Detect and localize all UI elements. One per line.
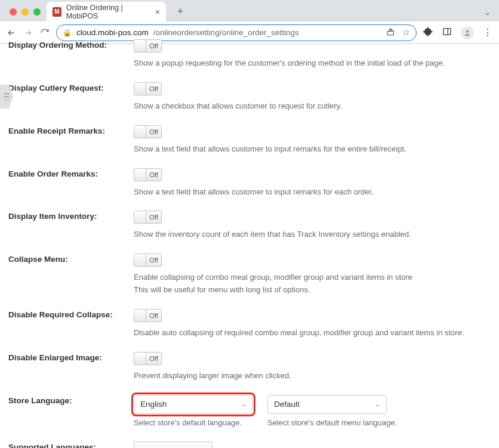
minimize-window-icon[interactable] (21, 8, 29, 16)
back-button[interactable] (6, 27, 17, 38)
add-languages-button[interactable]: + Add Languages (134, 441, 212, 448)
lock-icon: 🔒 (63, 29, 72, 37)
url-path: /onlineordersetting/online_order_setting… (153, 28, 299, 37)
toggle-collapse_menu[interactable]: Off (134, 254, 162, 267)
menu-language-select[interactable]: Default⌄ (267, 395, 387, 414)
forward-button (23, 27, 33, 38)
setting-label-language: Store Language: (8, 395, 134, 405)
chevron-down-icon: ⌄ (241, 400, 247, 408)
url-host: cloud.mobi-pos.com (76, 28, 149, 37)
new-tab-button[interactable]: + (172, 3, 189, 20)
reload-button[interactable] (39, 27, 50, 38)
setting-desc-cutlery: Show a checkbox that allows customer to … (134, 101, 491, 112)
setting-label-collapse_menu: Collapse Menu: (8, 254, 134, 264)
setting-desc-order_remarks: Show a text field that allows customer t… (134, 187, 491, 198)
toggle-order_remarks[interactable]: Off (134, 168, 162, 181)
tab-title: Online Ordering | MobiPOS (66, 4, 150, 20)
close-tab-icon[interactable]: × (155, 7, 160, 17)
toggle-item_inventory[interactable]: Off (134, 211, 162, 224)
setting-label-item_inventory: Display Item Inventory: (8, 211, 134, 221)
setting-label-cutlery: Display Cutlery Request: (8, 82, 134, 92)
setting-desc-item_inventory: Show the inventory count of each item th… (134, 229, 491, 240)
setting-label-order_remarks: Enable Order Remarks: (8, 168, 134, 178)
setting-desc-disable_enlarged: Prevent displaying larger image when cli… (134, 370, 491, 382)
setting-desc-collapse_menu: This will be useful for menu with long l… (134, 285, 491, 296)
extensions-icon[interactable] (423, 26, 433, 39)
setting-desc-ordering_method: Show a popup requesting for the customer… (134, 58, 491, 69)
setting-label-supported: Supported Languages: (8, 441, 134, 448)
setting-label-disable_enlarged: Disable Enlarged Image: (8, 352, 134, 362)
store-language-desc: Select store's default language. (134, 418, 253, 429)
toggle-state: Off (146, 353, 161, 364)
setting-desc-disable_collapse: Disable auto collapsing of required comb… (134, 327, 491, 339)
toggle-state: Off (146, 310, 161, 322)
profile-avatar[interactable] (461, 26, 474, 39)
toggle-state: Off (146, 254, 161, 266)
store-language-select[interactable]: English⌄ (134, 395, 253, 414)
setting-desc-collapse_menu: Enable collapsing of combo meal group, m… (134, 272, 491, 283)
svg-point-2 (466, 30, 469, 33)
setting-label-disable_collapse: Disable Required Collapse: (8, 309, 134, 319)
favicon-icon: M (53, 7, 61, 17)
toggle-state: Off (146, 211, 161, 223)
toggle-state: Off (146, 169, 161, 181)
window-controls[interactable] (5, 8, 47, 21)
share-icon[interactable] (386, 27, 395, 38)
setting-desc-receipt_remarks: Show a text field that allows customer t… (134, 144, 491, 155)
tabs-dropdown-icon[interactable]: ⌄ (484, 8, 491, 17)
toggle-disable_enlarged[interactable]: Off (134, 352, 162, 365)
chevron-down-icon: ⌄ (375, 400, 380, 408)
toggle-receipt_remarks[interactable]: Off (134, 125, 162, 138)
setting-label-receipt_remarks: Enable Receipt Remarks: (8, 125, 134, 135)
maximize-window-icon[interactable] (33, 8, 41, 16)
toggle-state: Off (146, 40, 161, 52)
toggle-disable_collapse[interactable]: Off (134, 309, 162, 322)
browser-tab[interactable]: M Online Ordering | MobiPOS × (47, 2, 166, 21)
toggle-cutlery[interactable]: Off (134, 82, 162, 95)
setting-label-ordering_method: Display Ordering Method: (8, 39, 134, 50)
toggle-ordering_method[interactable]: Off (134, 39, 162, 52)
menu-language-desc: Select store's default menu language. (267, 418, 397, 429)
star-icon[interactable]: ☆ (402, 27, 410, 38)
address-bar[interactable]: 🔒 cloud.mobi-pos.com/onlineordersetting/… (56, 24, 417, 41)
svg-rect-0 (443, 28, 451, 35)
panel-icon[interactable] (442, 27, 452, 39)
toggle-state: Off (146, 83, 161, 95)
toggle-state: Off (146, 126, 161, 138)
menu-icon[interactable]: ⋮ (482, 27, 493, 38)
close-window-icon[interactable] (10, 8, 17, 16)
